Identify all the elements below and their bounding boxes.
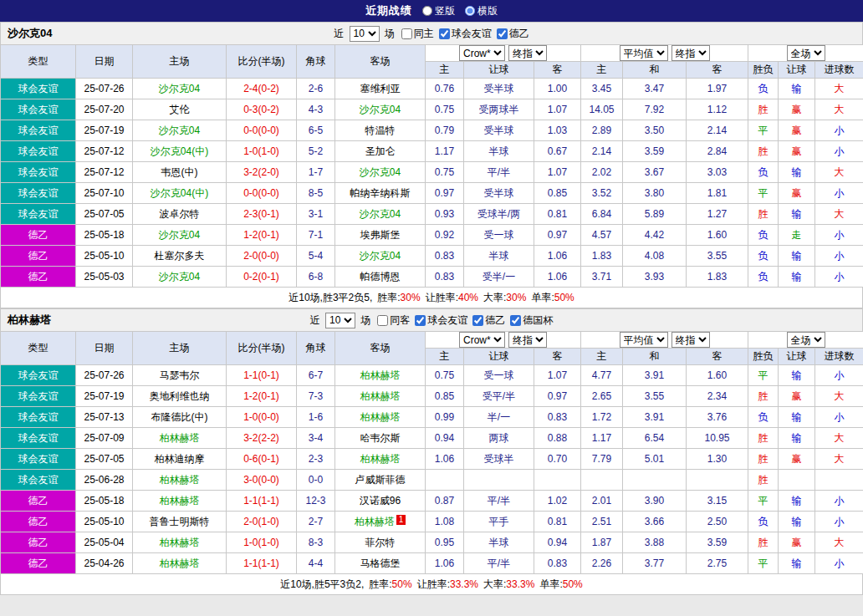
result-cell: 胜 (748, 386, 779, 407)
vertical-layout-radio[interactable] (422, 6, 432, 16)
handicap-odds-2: 0.81 (534, 204, 581, 225)
score: 3-0(0-0) (227, 470, 297, 491)
home-team[interactable]: 普鲁士明斯特 (133, 512, 227, 532)
handicap-result-cell (779, 470, 815, 491)
league-checkbox[interactable] (510, 315, 521, 326)
near-label: 近 (334, 27, 346, 41)
away-team[interactable]: 柏林赫塔 (335, 449, 426, 470)
layout-vertical-option[interactable]: 竖版 (422, 4, 455, 18)
subcol-header-3: 主 (581, 62, 623, 79)
away-team[interactable]: 柏林赫塔 (335, 365, 426, 386)
match-date: 25-07-19 (76, 386, 133, 407)
same-venue-checkbox[interactable] (377, 315, 388, 326)
same-venue-label: 同客 (390, 313, 410, 328)
home-team[interactable]: 布隆德比(中) (133, 407, 227, 428)
league-badge: 德乙 (1, 532, 76, 553)
away-team[interactable]: 沙尔克04 (335, 246, 426, 267)
subcol-header-6: 胜负 (748, 349, 779, 365)
avg-odds-1: 3.93 (623, 267, 687, 288)
final-odds-2-select[interactable]: 终指 (672, 332, 710, 348)
away-team[interactable]: 哈韦尔斯 (335, 428, 426, 449)
subcol-header-5: 客 (687, 349, 748, 365)
home-team[interactable]: 柏林赫塔 (133, 470, 227, 491)
avg-odds-2: 1.83 (687, 267, 748, 288)
avg-odds-0: 14.05 (581, 99, 623, 120)
period-select[interactable]: 全场 (787, 332, 825, 348)
corner-score: 5-2 (297, 141, 335, 162)
layout-horizontal-option[interactable]: 横版 (465, 4, 498, 18)
league-checkbox[interactable] (497, 28, 508, 39)
away-team[interactable]: 帕纳辛纳科斯 (335, 183, 426, 204)
league-filter[interactable]: 德国杯 (510, 313, 553, 328)
handicap-result-cell: 输 (779, 267, 815, 288)
away-team[interactable]: 特温特 (335, 120, 426, 141)
match-count-select[interactable]: 10 (350, 26, 380, 42)
away-team[interactable]: 马格德堡 (335, 553, 426, 574)
goals-result-cell: 小 (815, 491, 863, 512)
final-odds-select[interactable]: 终指 (508, 332, 547, 348)
away-team[interactable]: 柏林赫塔1 (335, 512, 426, 532)
goals-result-cell: 大 (815, 386, 863, 407)
final-odds-select[interactable]: 终指 (508, 45, 547, 61)
away-team[interactable]: 沙尔克04 (335, 99, 426, 120)
home-team[interactable]: 沙尔克04 (133, 267, 227, 288)
league-filter[interactable]: 球会友谊 (415, 313, 467, 328)
away-team[interactable]: 菲尔特 (335, 532, 426, 553)
home-team[interactable]: 柏林赫塔 (133, 553, 227, 574)
odds-source-select[interactable]: Crow* (459, 332, 505, 348)
horizontal-layout-radio[interactable] (465, 6, 475, 16)
away-team[interactable]: 柏林赫塔 (335, 407, 426, 428)
same-venue-filter[interactable]: 同主 (401, 27, 434, 41)
period-select[interactable]: 全场 (787, 45, 825, 61)
same-venue-filter[interactable]: 同客 (377, 313, 410, 328)
home-team[interactable]: 柏林迪纳摩 (133, 449, 227, 470)
handicap-odds-2: 1.00 (534, 79, 581, 99)
average-select[interactable]: 平均值 (620, 332, 668, 348)
home-team[interactable]: 沙尔克04 (133, 79, 227, 99)
score: 2-0(0-0) (227, 246, 297, 267)
home-team[interactable]: 杜塞尔多夫 (133, 246, 227, 267)
home-team[interactable]: 奥地利维也纳 (133, 386, 227, 407)
away-team[interactable]: 塞维利亚 (335, 79, 426, 99)
home-team[interactable]: 艾伦 (133, 99, 227, 120)
away-team[interactable]: 卢威斯菲德 (335, 470, 426, 491)
league-checkbox[interactable] (472, 315, 483, 326)
avg-odds-1: 7.92 (623, 99, 687, 120)
home-team[interactable]: 韦恩(中) (133, 162, 227, 183)
away-team[interactable]: 汉诺威96 (335, 491, 426, 512)
home-team[interactable]: 沙尔克04(中) (133, 141, 227, 162)
team-name: 柏林赫塔 (8, 313, 51, 328)
away-team[interactable]: 埃弗斯堡 (335, 225, 426, 246)
league-filter[interactable]: 德乙 (472, 313, 505, 328)
away-team[interactable]: 帕德博恩 (335, 267, 426, 288)
home-team[interactable]: 柏林赫塔 (133, 491, 227, 512)
home-team[interactable]: 沙尔克04 (133, 225, 227, 246)
home-team[interactable]: 波卓尔特 (133, 204, 227, 225)
match-count-select[interactable]: 10 (325, 313, 355, 328)
away-team[interactable]: 沙尔克04 (335, 162, 426, 183)
home-team[interactable]: 马瑟韦尔 (133, 365, 227, 386)
league-checkbox[interactable] (415, 315, 426, 326)
same-venue-checkbox[interactable] (401, 28, 412, 39)
away-team[interactable]: 圣加仑 (335, 141, 426, 162)
league-filter[interactable]: 球会友谊 (439, 27, 492, 41)
away-team[interactable]: 沙尔克04 (335, 204, 426, 225)
away-team[interactable]: 柏林赫塔 (335, 386, 426, 407)
home-team[interactable]: 沙尔克04(中) (133, 183, 227, 204)
avg-odds-2: 3.55 (687, 246, 748, 267)
home-team[interactable]: 沙尔克04 (133, 120, 227, 141)
corner-score: 2-3 (297, 449, 335, 470)
corner-score: 2-7 (297, 512, 335, 532)
home-team[interactable]: 柏林赫塔 (133, 428, 227, 449)
league-badge: 球会友谊 (1, 386, 76, 407)
league-checkbox[interactable] (439, 28, 450, 39)
stat-value: 50% (392, 578, 412, 590)
match-date: 25-05-18 (76, 491, 133, 512)
avg-odds-0: 2.51 (581, 512, 623, 532)
avg-odds-1: 3.47 (623, 79, 687, 99)
league-filter[interactable]: 德乙 (497, 27, 529, 41)
odds-source-select[interactable]: Crow* (459, 45, 505, 61)
average-select[interactable]: 平均值 (620, 45, 668, 61)
final-odds-2-select[interactable]: 终指 (672, 45, 710, 61)
home-team[interactable]: 柏林赫塔 (133, 532, 227, 553)
